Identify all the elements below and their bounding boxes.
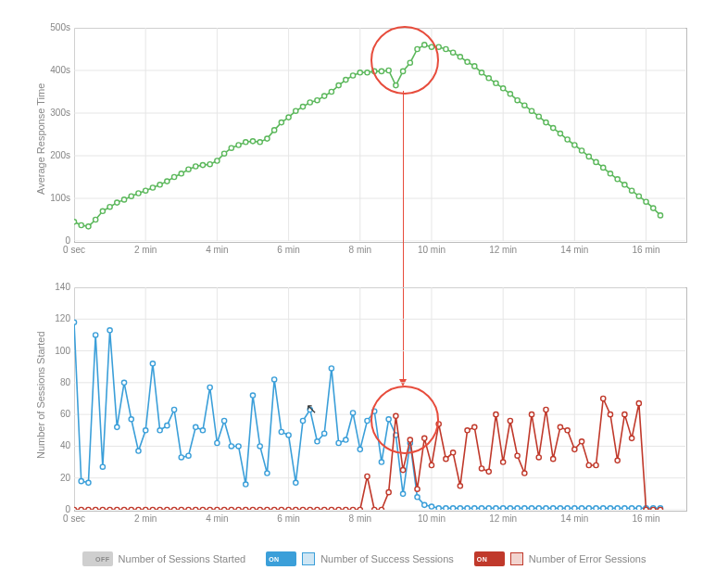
- x-tick-label: 0 sec: [63, 245, 85, 255]
- svg-point-30: [179, 171, 183, 176]
- svg-point-84: [565, 137, 570, 142]
- svg-point-261: [522, 471, 527, 475]
- svg-point-45: [286, 115, 291, 120]
- svg-point-161: [400, 491, 405, 496]
- y-tick-label: 140: [33, 282, 70, 292]
- svg-point-265: [551, 457, 556, 462]
- svg-point-135: [215, 440, 220, 445]
- x-tick-label: 10 min: [418, 513, 446, 524]
- svg-point-71: [472, 64, 477, 69]
- legend-label: Number of Error Sessions: [529, 553, 646, 564]
- toggle-on-icon[interactable]: ON: [266, 551, 296, 566]
- svg-point-121: [115, 424, 119, 429]
- svg-point-223: [250, 507, 255, 510]
- svg-point-133: [200, 428, 205, 433]
- svg-point-174: [494, 506, 498, 510]
- chart-top-ylabel: Average Response Time: [35, 83, 46, 195]
- svg-point-169: [458, 506, 462, 510]
- svg-point-154: [350, 411, 355, 415]
- svg-point-206: [129, 507, 133, 510]
- x-tick-label: 12 min: [489, 245, 517, 255]
- svg-point-152: [336, 440, 341, 445]
- svg-point-181: [544, 506, 548, 510]
- svg-point-134: [207, 385, 212, 389]
- svg-point-186: [579, 506, 584, 510]
- svg-point-76: [508, 92, 512, 96]
- svg-point-211: [165, 507, 169, 510]
- y-tick-label: 400s: [33, 65, 70, 75]
- svg-point-22: [121, 197, 126, 202]
- svg-point-97: [658, 213, 662, 218]
- svg-point-129: [171, 407, 176, 412]
- svg-point-207: [136, 507, 141, 510]
- svg-point-213: [179, 507, 183, 510]
- svg-point-20: [107, 205, 112, 209]
- svg-point-123: [129, 417, 133, 422]
- svg-point-244: [400, 468, 405, 473]
- toggle-on-icon[interactable]: ON: [474, 551, 505, 566]
- svg-point-132: [194, 424, 198, 429]
- svg-point-242: [386, 490, 391, 495]
- svg-point-236: [344, 507, 348, 510]
- svg-point-232: [315, 507, 320, 510]
- svg-point-126: [150, 361, 155, 366]
- svg-point-201: [94, 507, 98, 510]
- svg-point-70: [465, 59, 470, 64]
- legend-label: Number of Success Sessions: [320, 553, 454, 564]
- legend-item-sessions-started[interactable]: OFF Number of Sessions Started: [82, 551, 246, 566]
- legend-item-error-sessions[interactable]: ON Number of Error Sessions: [474, 551, 646, 566]
- svg-point-89: [601, 165, 606, 170]
- svg-point-32: [194, 164, 198, 169]
- svg-point-82: [551, 126, 556, 131]
- x-tick-label: 10 min: [418, 245, 446, 255]
- svg-point-208: [144, 507, 148, 510]
- svg-point-69: [458, 55, 462, 59]
- svg-point-80: [536, 114, 541, 119]
- svg-point-87: [586, 154, 591, 158]
- svg-point-210: [157, 507, 162, 510]
- svg-point-18: [94, 217, 98, 222]
- svg-point-53: [344, 78, 348, 82]
- svg-point-117: [86, 480, 91, 485]
- svg-point-137: [229, 444, 233, 449]
- svg-point-250: [444, 457, 448, 462]
- legend-label: Number of Sessions Started: [119, 553, 246, 564]
- svg-point-272: [601, 396, 606, 400]
- svg-point-125: [144, 428, 148, 433]
- x-tick-label: 14 min: [560, 245, 588, 255]
- legend-item-success-sessions[interactable]: ON Number of Success Sessions: [266, 551, 454, 566]
- svg-point-205: [121, 507, 126, 510]
- svg-point-50: [322, 94, 327, 98]
- svg-point-48: [308, 100, 312, 105]
- toggle-off-icon[interactable]: OFF: [82, 551, 113, 566]
- svg-point-46: [294, 108, 298, 113]
- svg-point-198: [74, 507, 77, 510]
- svg-point-140: [250, 393, 255, 398]
- svg-point-151: [329, 366, 333, 371]
- svg-point-19: [100, 209, 105, 213]
- svg-point-36: [222, 151, 227, 156]
- svg-point-173: [486, 506, 491, 510]
- svg-point-40: [250, 139, 255, 144]
- svg-point-209: [150, 507, 155, 510]
- x-tick-label: 16 min: [633, 245, 660, 255]
- svg-point-257: [494, 412, 498, 417]
- svg-point-214: [186, 507, 191, 510]
- svg-point-268: [572, 447, 577, 451]
- svg-point-138: [236, 444, 241, 449]
- svg-point-230: [300, 507, 305, 510]
- legend: OFF Number of Sessions Started ON Number…: [0, 551, 728, 566]
- svg-point-156: [365, 418, 370, 423]
- annotation-circle-bottom: [370, 386, 439, 454]
- x-tick-label: 4 min: [206, 245, 228, 255]
- svg-point-35: [215, 158, 220, 163]
- svg-point-86: [579, 148, 584, 153]
- svg-point-229: [294, 507, 298, 510]
- svg-point-23: [129, 194, 133, 198]
- svg-point-149: [315, 439, 320, 444]
- svg-point-220: [229, 507, 233, 510]
- svg-point-276: [630, 436, 634, 440]
- svg-point-49: [315, 98, 320, 103]
- svg-point-264: [544, 407, 548, 412]
- svg-point-141: [257, 444, 262, 449]
